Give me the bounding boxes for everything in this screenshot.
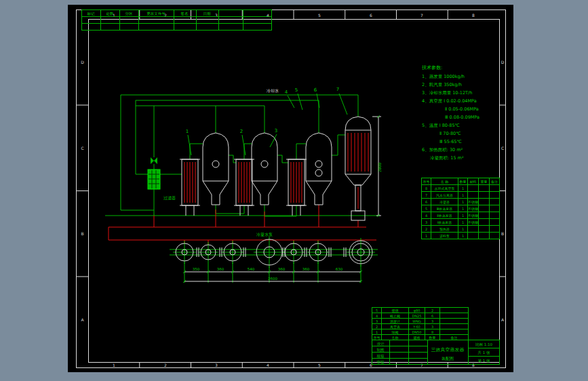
tech-param-line: 冷凝面积: 15 m² bbox=[430, 155, 464, 161]
parts-cell: 1 bbox=[462, 214, 464, 218]
frame-row-label: B bbox=[501, 231, 504, 236]
filter-unit bbox=[148, 169, 160, 189]
pump-row bbox=[173, 237, 375, 268]
strip-header: 数量 bbox=[429, 336, 436, 340]
dim-label: 630 bbox=[336, 267, 343, 271]
sheet-count-label: 共 1 张 bbox=[477, 350, 490, 355]
strip-header: 备注 bbox=[451, 336, 458, 340]
revision-header: 处数 bbox=[106, 12, 115, 16]
parts-header: 数量 bbox=[460, 180, 467, 184]
parts-header: 序号 bbox=[423, 180, 430, 184]
sight-glass-icon bbox=[315, 169, 322, 176]
tech-param-line: 5、温度 Ⅰ 80-85℃ bbox=[422, 123, 460, 128]
tech-param-line: 3、冷却水用量 10-12T/h bbox=[422, 90, 472, 96]
equipment bbox=[148, 117, 371, 220]
process-piping-green bbox=[105, 95, 380, 255]
pump-label: 冷凝水泵 bbox=[256, 232, 273, 237]
title-block-role: 设计 bbox=[377, 342, 385, 346]
title-block-role: 制图 bbox=[377, 348, 385, 353]
title-block: 设计 制图 校核 审核 三效真空蒸发器 装配图 比例 1:10 共 1 张 第 … bbox=[372, 340, 500, 365]
parts-header: 重量 bbox=[481, 180, 488, 184]
frame-row-label: D bbox=[501, 60, 505, 64]
strip-cell: 4 bbox=[376, 314, 378, 318]
revision-header: 标记 bbox=[87, 12, 96, 16]
drawing-title: 三效真空蒸发器 bbox=[431, 347, 465, 353]
revision-header: 分区 bbox=[125, 12, 134, 16]
heater-1 bbox=[180, 159, 200, 205]
parts-cell: 4 bbox=[425, 214, 427, 218]
frame-col-label: 2 bbox=[164, 363, 167, 367]
balloon: 1 bbox=[186, 129, 189, 134]
balloon: 6 bbox=[314, 87, 317, 93]
strip-cell: 8 bbox=[431, 330, 433, 334]
parts-header: 材料 bbox=[469, 180, 477, 184]
strip-cell: 5 bbox=[376, 308, 378, 313]
frame-col-label: 8 bbox=[472, 13, 475, 18]
title-block-role: 审核 bbox=[377, 360, 385, 364]
frame-row-label: C bbox=[501, 146, 504, 151]
dim-label: 540 bbox=[248, 267, 255, 271]
parts-cell: 1 bbox=[462, 193, 464, 197]
parts-cell: 1 bbox=[462, 207, 464, 211]
revision-table: 标记 处数 分区 更改文件号 签名 日期 bbox=[82, 10, 272, 31]
strip-cell: 1 bbox=[376, 330, 378, 334]
frame-row-label: D bbox=[81, 60, 84, 64]
strip-header: 名称 bbox=[392, 336, 399, 340]
parts-cell: 1 bbox=[462, 220, 464, 224]
parts-header: 名 称 bbox=[441, 180, 449, 184]
tech-param-line: Ⅲ 0.08-0.09MPa bbox=[445, 115, 479, 120]
frame-col-label: 5 bbox=[318, 13, 321, 18]
dim-height-label: 2800 bbox=[378, 163, 382, 172]
tech-params: 技术参数: 1、蒸发量 1000kg/h 2、耗汽量 350kg/h 3、冷却水… bbox=[421, 65, 479, 161]
tech-param-line: 6、加热面积: 30 m² bbox=[422, 147, 463, 153]
strip-cell: 3 bbox=[431, 325, 433, 329]
parts-cell: 1 bbox=[462, 234, 464, 238]
frame-col-label: 4 bbox=[267, 363, 269, 367]
strip-cell: Y-60 bbox=[412, 325, 420, 329]
parts-cell: 1 bbox=[462, 200, 464, 204]
parts-cell: 预热器 bbox=[439, 227, 450, 232]
frame-row-label: B bbox=[81, 231, 83, 236]
balloon: 3 bbox=[275, 128, 277, 134]
tech-param-line: Ⅱ 70-80℃ bbox=[439, 131, 460, 136]
tech-param-line: Ⅱ 0.05-0.06MPa bbox=[445, 106, 479, 112]
strip-cell: 真空表 bbox=[390, 325, 400, 329]
frame-col-label: 3 bbox=[215, 363, 218, 367]
tech-params-title: 技术参数: bbox=[421, 65, 442, 71]
parts-cell: 水环式真空泵 bbox=[435, 186, 455, 190]
parts-cell: 汽水分离器 bbox=[436, 193, 453, 198]
valve-icon bbox=[151, 157, 157, 164]
parts-cell: 进料泵 bbox=[439, 234, 450, 239]
parts-cell: 3 bbox=[425, 220, 427, 224]
parts-cell: 2 bbox=[425, 227, 427, 231]
balloon: 5 bbox=[295, 87, 298, 93]
strip-cell: 2 bbox=[376, 325, 378, 329]
frame-col-label: 5 bbox=[318, 363, 321, 367]
strip-header: 序号 bbox=[374, 336, 380, 340]
strip-cell: 温度计 bbox=[390, 319, 400, 324]
dim-total-label: 2600 bbox=[268, 277, 277, 281]
tech-param-line: 2、耗汽量 350kg/h bbox=[422, 82, 462, 87]
frame-col-label: 7 bbox=[420, 13, 423, 18]
filter-label: 过滤器 bbox=[163, 195, 176, 201]
revision-header: 签名 bbox=[181, 12, 189, 16]
parts-cell: 8 bbox=[425, 186, 427, 190]
tech-param-line: 4、真空度 Ⅰ 0.02-0.04MPa bbox=[422, 98, 477, 104]
parts-cell: 不锈钢 bbox=[468, 200, 478, 205]
strip-cell: 截止阀 bbox=[389, 314, 400, 319]
parts-table: 序号 名 称 数量 材料 重量 备注 8 水环式真空泵 1 7 汽水分离器 1 … bbox=[422, 178, 500, 239]
parts-cell: Ⅲ效蒸发器 bbox=[437, 207, 452, 211]
strip-cell: φ80 bbox=[414, 308, 420, 313]
strip-cell: 3 bbox=[431, 319, 433, 323]
dim-label: 350 bbox=[193, 267, 200, 271]
scale-label: 比例 1:10 bbox=[475, 342, 493, 347]
heater-3 bbox=[286, 159, 307, 205]
parts-cell: 5 bbox=[425, 207, 427, 211]
parts-cell: 1 bbox=[462, 186, 464, 190]
tech-param-line: Ⅲ 55-65℃ bbox=[439, 139, 462, 144]
frame-row-label: A bbox=[501, 317, 505, 322]
strip-cell: DN25 bbox=[412, 314, 422, 318]
parts-cell: Ⅱ效蒸发器 bbox=[437, 214, 452, 218]
sheet-number-label: 第 1 张 bbox=[478, 359, 490, 363]
strip-cell: DN50 bbox=[412, 330, 422, 334]
